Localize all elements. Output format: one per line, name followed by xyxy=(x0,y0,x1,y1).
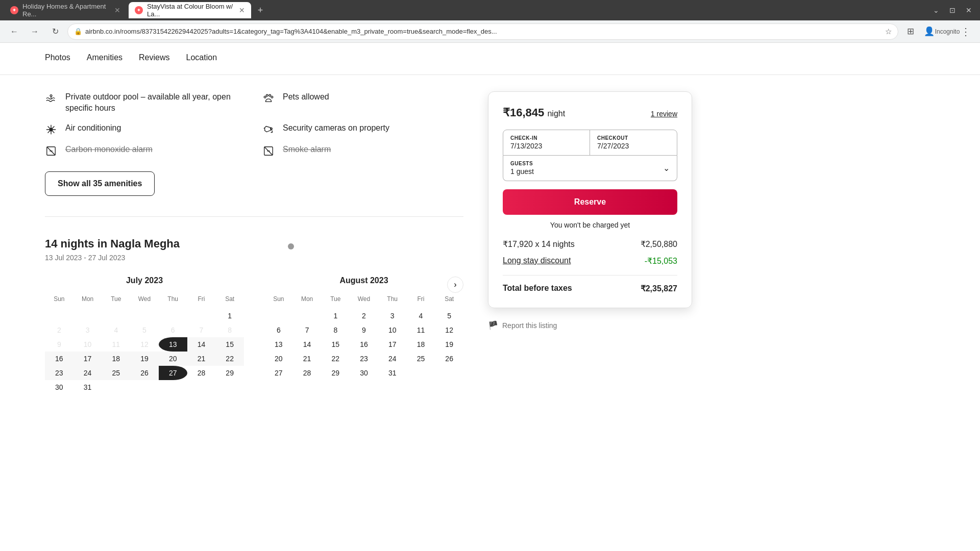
cal-cell[interactable]: 29 xyxy=(215,366,244,380)
cal-cell[interactable]: 8 xyxy=(321,323,350,337)
cal-cell[interactable]: 15 xyxy=(321,337,350,352)
extensions-icon[interactable]: ⊞ xyxy=(902,23,919,40)
cal-cell[interactable] xyxy=(187,309,216,323)
cal-cell[interactable]: 1 xyxy=(321,309,350,323)
calendar-next-button[interactable]: › xyxy=(447,277,463,293)
cal-cell[interactable]: 30 xyxy=(45,380,74,394)
reload-button[interactable]: ↻ xyxy=(47,23,63,40)
show-amenities-button[interactable]: Show all 35 amenities xyxy=(45,171,155,196)
cal-cell[interactable]: 8 xyxy=(215,323,244,337)
cal-cell[interactable]: 21 xyxy=(187,352,216,366)
cal-cell[interactable]: 4 xyxy=(407,309,435,323)
cal-cell[interactable]: 10 xyxy=(378,323,407,337)
cal-cell[interactable]: 21 xyxy=(293,352,322,366)
cal-cell-checkout[interactable]: 27 xyxy=(159,366,187,380)
cal-cell[interactable]: 31 xyxy=(74,380,102,394)
aug-tue: Tue xyxy=(321,293,350,305)
cal-cell[interactable]: 17 xyxy=(378,337,407,352)
cal-cell[interactable]: 9 xyxy=(45,337,74,352)
cal-cell[interactable]: 17 xyxy=(74,352,102,366)
cal-cell[interactable]: 22 xyxy=(321,352,350,366)
cal-cell[interactable]: 1 xyxy=(215,309,244,323)
cal-cell[interactable]: 18 xyxy=(102,352,130,366)
checkout-field[interactable]: CHECKOUT 7/27/2023 xyxy=(590,130,677,155)
cal-cell[interactable] xyxy=(159,309,187,323)
cal-cell[interactable]: 19 xyxy=(130,352,159,366)
cal-cell[interactable] xyxy=(45,309,74,323)
cal-cell[interactable]: 11 xyxy=(407,323,435,337)
cal-cell[interactable]: 22 xyxy=(215,352,244,366)
cal-cell[interactable]: 6 xyxy=(159,323,187,337)
cal-cell[interactable]: 4 xyxy=(102,323,130,337)
cal-cell[interactable]: 11 xyxy=(102,337,130,352)
cal-cell[interactable]: 2 xyxy=(45,323,74,337)
cal-cell[interactable]: 13 xyxy=(264,337,293,352)
cal-cell[interactable]: 30 xyxy=(350,366,378,380)
window-restore-icon[interactable]: ⊡ xyxy=(945,3,960,17)
cal-cell[interactable]: 16 xyxy=(350,337,378,352)
nav-photos[interactable]: Photos xyxy=(45,53,70,64)
cal-cell[interactable]: 28 xyxy=(187,366,216,380)
incognito-label: Incognito xyxy=(939,23,955,40)
bookmark-icon[interactable]: ☆ xyxy=(885,27,892,36)
cal-cell[interactable]: 15 xyxy=(215,337,244,352)
cal-cell[interactable]: 24 xyxy=(378,352,407,366)
cal-cell[interactable]: 26 xyxy=(435,352,463,366)
cal-cell[interactable]: 23 xyxy=(350,352,378,366)
cal-cell[interactable]: 2 xyxy=(350,309,378,323)
cal-cell[interactable]: 16 xyxy=(45,352,74,366)
cal-cell[interactable]: 29 xyxy=(321,366,350,380)
nav-amenities[interactable]: Amenities xyxy=(87,53,122,64)
cal-cell[interactable]: 27 xyxy=(264,366,293,380)
menu-icon[interactable]: ⋮ xyxy=(958,23,974,40)
browser-tab-1[interactable]: ✦ Holiday Homes & Apartment Re... ✕ xyxy=(4,2,127,18)
cal-cell[interactable]: 25 xyxy=(407,352,435,366)
cal-cell[interactable]: 14 xyxy=(187,337,216,352)
cal-cell[interactable]: 25 xyxy=(102,366,130,380)
cal-cell[interactable] xyxy=(130,309,159,323)
cal-cell[interactable]: 12 xyxy=(130,337,159,352)
svg-point-4 xyxy=(271,96,273,98)
cal-cell[interactable] xyxy=(102,309,130,323)
report-listing-link[interactable]: 🏴 Report this listing xyxy=(488,320,692,330)
cal-cell[interactable]: 31 xyxy=(378,366,407,380)
cal-cell[interactable]: 6 xyxy=(264,323,293,337)
cal-cell[interactable]: 7 xyxy=(187,323,216,337)
tab2-close-icon[interactable]: ✕ xyxy=(239,6,245,14)
window-close-icon[interactable]: ✕ xyxy=(962,3,976,17)
review-count-link[interactable]: 1 review xyxy=(651,110,677,118)
tab1-close-icon[interactable]: ✕ xyxy=(114,6,120,14)
cal-cell[interactable]: 24 xyxy=(74,366,102,380)
cal-cell[interactable]: 14 xyxy=(293,337,322,352)
discount-label-link[interactable]: Long stay discount xyxy=(503,256,571,266)
amenity-security-text: Security cameras on property xyxy=(283,122,389,134)
cal-cell[interactable]: 3 xyxy=(378,309,407,323)
cal-cell[interactable]: 3 xyxy=(74,323,102,337)
cal-cell[interactable]: 28 xyxy=(293,366,322,380)
forward-button[interactable]: → xyxy=(27,23,43,40)
cal-cell[interactable]: 18 xyxy=(407,337,435,352)
cal-cell[interactable]: 23 xyxy=(45,366,74,380)
cal-cell[interactable]: 9 xyxy=(350,323,378,337)
cal-cell[interactable]: 12 xyxy=(435,323,463,337)
cal-cell[interactable]: 20 xyxy=(264,352,293,366)
nav-reviews[interactable]: Reviews xyxy=(139,53,169,64)
cal-cell[interactable]: 5 xyxy=(130,323,159,337)
nav-location[interactable]: Location xyxy=(186,53,217,64)
checkin-field[interactable]: CHECK-IN 7/13/2023 xyxy=(503,130,590,155)
guests-field[interactable]: GUESTS 1 guest ⌄ xyxy=(503,156,677,181)
cal-cell[interactable]: 5 xyxy=(435,309,463,323)
cal-cell[interactable]: 20 xyxy=(159,352,187,366)
cal-cell[interactable]: 10 xyxy=(74,337,102,352)
cal-cell[interactable] xyxy=(74,309,102,323)
new-tab-button[interactable]: + xyxy=(253,3,267,17)
cal-cell-checkin[interactable]: 13 xyxy=(159,337,187,352)
back-button[interactable]: ← xyxy=(6,23,22,40)
cal-cell[interactable]: 7 xyxy=(293,323,322,337)
window-minimize-icon[interactable]: ⌄ xyxy=(929,3,943,17)
cal-cell[interactable]: 26 xyxy=(130,366,159,380)
address-bar[interactable]: 🔒 airbnb.co.in/rooms/837315422629442025?… xyxy=(67,23,898,40)
browser-tab-2[interactable]: ✦ StayVista at Colour Bloom w/ La... ✕ xyxy=(129,2,251,18)
reserve-button[interactable]: Reserve xyxy=(503,189,677,215)
cal-cell[interactable]: 19 xyxy=(435,337,463,352)
